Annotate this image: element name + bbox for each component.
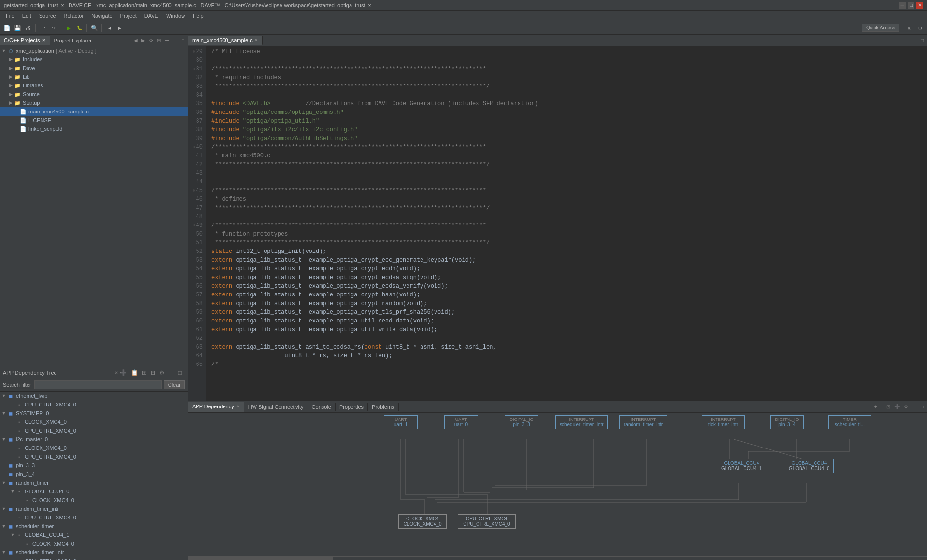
code-max-btn[interactable]: □ [919, 37, 925, 43]
diag-sched-intr[interactable]: INTERRUPT scheduler_timer_intr [555, 415, 608, 429]
diagram-hscroll-thumb[interactable] [188, 557, 333, 560]
tab-problems[interactable]: Problems [368, 403, 398, 411]
quick-access-button[interactable]: Quick Access [862, 24, 899, 32]
diag-cpu-ctrl[interactable]: CPU_CTRL_XMC4 CPU_CTRL_XMC4_0 [458, 514, 516, 529]
back-button[interactable]: ◀ [104, 23, 114, 33]
dep-cpu-ctrl-eth[interactable]: ▪ CPU_CTRL_XMC4_0 [0, 400, 188, 409]
dep-cpu-ctrl-sti[interactable]: ▪ CPU_CTRL_XMC4_0 [0, 557, 188, 560]
diag-tick-intr[interactable]: INTERRUPT tick_timer_intr [702, 415, 745, 429]
dep-clock-rt[interactable]: ▪ CLOCK_XMC4_0 [0, 496, 188, 504]
tree-includes[interactable]: ▶ 📁 Includes [0, 55, 188, 64]
tab-console[interactable]: Console [308, 403, 336, 411]
dep-clock-st[interactable]: ▪ CLOCK_XMC4_0 [0, 539, 188, 548]
dep-systimer[interactable]: ▼ ◼ SYSTIMER_0 [0, 409, 188, 418]
tree-linker[interactable]: 📄 linker_script.ld [0, 125, 188, 133]
dep-clock-sys[interactable]: ▪ CLOCK_XMC4_0 [0, 418, 188, 426]
tree-root[interactable]: ▼ ⬡ xmc_application [ Active - Debug ] [0, 46, 188, 55]
diag-zoom-out[interactable]: - [880, 404, 884, 410]
dep-random-timer[interactable]: ▼ ◼ random_timer [0, 478, 188, 487]
tab-cpp-projects[interactable]: C/C++ Projects ✕ [0, 36, 50, 45]
menu-edit[interactable]: Edit [18, 12, 35, 20]
tab-project-explorer[interactable]: Project Explorer [50, 36, 96, 45]
menu-source[interactable]: Source [35, 12, 60, 20]
tab-maximize[interactable]: □ [180, 37, 186, 43]
dep-random-timer-intr[interactable]: ▼ ◼ random_timer_intr [0, 504, 188, 513]
diag-clock-xmc4[interactable]: CLOCK_XMC4 CLOCK_XMC4_0 [398, 514, 447, 529]
dep-global-ccu4-rt[interactable]: ▼ ▪ GLOBAL_CCU4_0 [0, 487, 188, 496]
tab-nav-fwd[interactable]: ▶ [140, 37, 147, 43]
build-button[interactable]: ▶ [64, 23, 73, 33]
menu-file[interactable]: File [2, 12, 18, 20]
menu-project[interactable]: Project [116, 12, 140, 20]
dep-ethernet[interactable]: ▼ ◼ ethernet_lwip [0, 392, 188, 400]
tree-lib[interactable]: ▶ 📁 Lib [0, 72, 188, 81]
code-min-btn[interactable]: — [911, 37, 918, 43]
open-perspective-button[interactable]: ⊟ [915, 23, 925, 33]
diag-add[interactable]: ➕ [893, 404, 901, 410]
tab-nav-back[interactable]: ◀ [132, 37, 139, 43]
diag-settings[interactable]: ⚙ [902, 404, 910, 410]
perspective-button[interactable]: ⊞ [905, 23, 914, 33]
tree-startup[interactable]: ▶ 📁 Startup [0, 98, 188, 107]
diag-pin34[interactable]: DIGITAL_IO pin_3_4 [770, 415, 804, 429]
dep-collapse-btn[interactable]: ⊟ [149, 369, 157, 377]
save-button[interactable]: 💾 [13, 23, 22, 33]
undo-button[interactable]: ↩ [38, 23, 48, 33]
diag-rand-intr[interactable]: INTERRUPT random_timer_intr [619, 415, 667, 429]
diag-zoom-in[interactable]: + [873, 404, 879, 410]
dep-cpu-ctrl-rti[interactable]: ▪ CPU_CTRL_XMC4_0 [0, 513, 188, 522]
menu-dave[interactable]: DAVE [140, 12, 162, 20]
tree-dave[interactable]: ▶ 📁 Dave [0, 64, 188, 72]
tree-main-file[interactable]: 📄 main_xmc4500_sample.c [0, 107, 188, 116]
diagram-hscrollbar[interactable] [188, 556, 927, 560]
tab-sync[interactable]: ⟳ [148, 37, 154, 43]
code-tab-close[interactable]: ✕ [254, 38, 258, 42]
dep-pin33[interactable]: ◼ pin_3_3 [0, 461, 188, 470]
new-button[interactable]: 📄 [2, 23, 12, 33]
tab-hw-signal[interactable]: HW Signal Connectivity [244, 403, 308, 411]
dep-settings-btn[interactable]: ⚙ [158, 369, 166, 377]
redo-button[interactable]: ↪ [49, 23, 58, 33]
tree-source[interactable]: ▶ 📁 Source [0, 90, 188, 98]
tab-properties[interactable]: Properties [336, 403, 368, 411]
dep-scheduler-timer-intr[interactable]: ▼ ◼ scheduler_timer_intr [0, 548, 188, 557]
diag-maximize[interactable]: □ [919, 404, 925, 410]
tree-libraries[interactable]: ▶ 📁 Libraries [0, 81, 188, 90]
tab-minimize[interactable]: — [171, 37, 179, 43]
diag-pin33[interactable]: DIGITAL_IO pin_3_3 [505, 415, 538, 429]
forward-button[interactable]: ▶ [115, 23, 125, 33]
dep-global-ccu4-st[interactable]: ▼ ▪ GLOBAL_CCU4_1 [0, 531, 188, 539]
maximize-button[interactable]: □ [908, 2, 914, 9]
dep-pin34[interactable]: ◼ pin_3_4 [0, 470, 188, 478]
menu-navigate[interactable]: Navigate [87, 12, 116, 20]
dep-cpu-ctrl-i2c[interactable]: ▪ CPU_CTRL_XMC4_0 [0, 452, 188, 461]
search-button[interactable]: 🔍 [89, 23, 99, 33]
diag-uart0[interactable]: UART uart_0 [444, 415, 478, 429]
tab-menu[interactable]: ☰ [163, 37, 170, 43]
debug-button[interactable]: 🐛 [74, 23, 84, 33]
dep-scheduler-timer[interactable]: ▼ ◼ scheduler_timer [0, 522, 188, 531]
dep-maximize-btn[interactable]: □ [177, 369, 183, 377]
diag-fit[interactable]: ⊡ [885, 404, 892, 410]
diag-global-ccu4-0[interactable]: GLOBAL_CCU4 GLOBAL_CCU4_0 [785, 459, 834, 473]
code-area[interactable]: /* MIT License /************************… [206, 46, 927, 401]
search-filter-input[interactable] [34, 380, 162, 389]
menu-refactor[interactable]: Refactor [60, 12, 88, 20]
dep-add-btn[interactable]: ➕ [118, 369, 128, 377]
dep-minimize-btn[interactable]: — [167, 369, 176, 377]
tree-license[interactable]: 📄 LICENSE [0, 116, 188, 125]
tab-collapse[interactable]: ⊟ [155, 37, 162, 43]
tab-app-dependency[interactable]: APP Dependency ✕ [188, 402, 244, 412]
diag-minimize[interactable]: — [911, 404, 918, 410]
dep-clock-i2c[interactable]: ▪ CLOCK_XMC4_0 [0, 444, 188, 452]
diagram-area[interactable]: UART uart_1 UART uart_0 DIGITAL_IO pin_3… [188, 413, 927, 560]
clear-button[interactable]: Clear [164, 380, 185, 389]
dep-i2c[interactable]: ▼ ◼ i2c_master_0 [0, 435, 188, 444]
dep-cpu-ctrl-sys[interactable]: ▪ CPU_CTRL_XMC4_0 [0, 426, 188, 435]
minimize-button[interactable]: ─ [899, 2, 906, 9]
diag-sched-timer[interactable]: TIMER scheduler_ti... [828, 415, 871, 429]
close-button[interactable]: ✕ [916, 2, 923, 9]
diag-global-ccu4-1[interactable]: GLOBAL_CCU4 GLOBAL_CCU4_1 [717, 459, 766, 473]
code-tab-main[interactable]: main_xmc4500_sample.c ✕ [188, 36, 263, 45]
menu-help[interactable]: Help [189, 12, 208, 20]
